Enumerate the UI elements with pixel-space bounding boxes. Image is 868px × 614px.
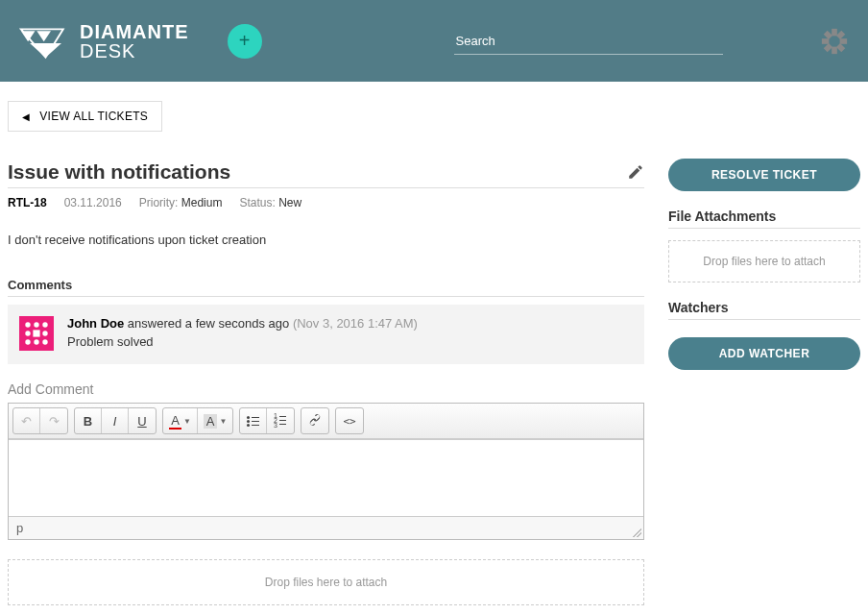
code-icon: <>	[343, 415, 355, 428]
comment-item: John Doe answered a few seconds ago (Nov…	[8, 305, 644, 364]
resolve-ticket-button[interactable]: RESOLVE TICKET	[668, 159, 860, 191]
bg-color-button[interactable]: A▼	[198, 408, 232, 433]
svg-point-18	[25, 339, 30, 344]
svg-rect-21	[33, 330, 39, 336]
ticket-id: RTL-18	[8, 196, 47, 209]
ticket-meta: RTL-18 03.11.2016 Priority: Medium Statu…	[8, 196, 644, 209]
svg-rect-6	[840, 38, 848, 44]
underline-icon: U	[137, 414, 146, 429]
ticket-title: Issue with notifications	[8, 160, 627, 184]
logo-icon	[19, 22, 72, 61]
add-comment-label: Add Comment	[8, 381, 644, 397]
ticket-date: 03.11.2016	[64, 196, 122, 209]
ticket-status: Status: New	[239, 196, 301, 209]
pencil-icon	[627, 163, 644, 181]
chevron-down-icon: ▼	[183, 417, 191, 426]
text-color-icon: A	[169, 413, 181, 430]
svg-rect-4	[832, 28, 837, 36]
view-all-tickets-button[interactable]: ◀ VIEW ALL TICKETS	[8, 101, 162, 132]
ticket-description: I don't receive notifications upon ticke…	[8, 233, 644, 247]
undo-button[interactable]: ↶	[13, 408, 40, 433]
comment-action: answered a few seconds ago	[128, 316, 289, 331]
undo-icon: ↶	[21, 414, 32, 429]
svg-rect-10	[822, 38, 830, 44]
user-menu[interactable]	[820, 27, 849, 56]
svg-point-20	[42, 339, 47, 344]
attachments-dropzone[interactable]: Drop files here to attach	[668, 240, 860, 282]
numbered-list-icon	[274, 415, 287, 427]
back-label: VIEW ALL TICKETS	[39, 110, 148, 123]
ticket-priority: Priority: Medium	[139, 196, 223, 209]
svg-rect-5	[836, 30, 845, 38]
add-watcher-button[interactable]: ADD WATCHER	[668, 337, 860, 370]
ticket-title-row: Issue with notifications	[8, 160, 644, 188]
comments-heading: Comments	[8, 278, 644, 297]
text-color-button[interactable]: A▼	[163, 408, 198, 433]
source-button[interactable]: <>	[336, 408, 363, 433]
resize-handle[interactable]	[632, 528, 641, 537]
redo-button[interactable]: ↷	[40, 408, 67, 433]
italic-icon: I	[113, 414, 117, 429]
edit-ticket-button[interactable]	[627, 163, 644, 181]
editor-toolbar: ↶ ↷ B I U A▼ A▼	[9, 404, 643, 439]
chevron-down-icon: ▼	[219, 417, 227, 426]
link-button[interactable]	[301, 408, 328, 433]
avatar-icon	[19, 316, 54, 351]
svg-point-13	[25, 322, 30, 327]
watchers-heading: Watchers	[668, 300, 860, 320]
svg-point-15	[42, 322, 47, 327]
bg-color-icon: A	[204, 414, 218, 429]
svg-point-19	[34, 339, 38, 344]
editor-textarea[interactable]	[9, 439, 643, 516]
numbered-list-button[interactable]	[267, 408, 294, 433]
comment-timestamp: (Nov 3, 2016 1:47 AM)	[293, 316, 418, 331]
underline-button[interactable]: U	[129, 408, 156, 433]
bold-button[interactable]: B	[75, 408, 102, 433]
svg-rect-9	[824, 42, 832, 51]
comment-body: John Doe answered a few seconds ago (Nov…	[67, 316, 418, 351]
create-button[interactable]: +	[228, 24, 262, 59]
brand-text: DIAMANTE DESK	[80, 22, 189, 61]
svg-point-16	[25, 331, 30, 335]
bullet-list-icon	[247, 415, 260, 427]
brand-logo[interactable]: DIAMANTE DESK	[19, 22, 189, 61]
svg-point-14	[34, 322, 38, 327]
svg-rect-7	[836, 42, 845, 51]
comment-text: Problem solved	[67, 334, 418, 349]
user-avatar-icon	[820, 27, 849, 56]
editor-path: p	[16, 521, 23, 535]
editor-path-bar: p	[9, 516, 643, 539]
main-column: ◀ VIEW ALL TICKETS Issue with notificati…	[8, 101, 644, 614]
search-input[interactable]	[454, 28, 723, 55]
plus-icon: +	[239, 30, 251, 52]
svg-point-17	[42, 331, 47, 335]
svg-marker-1	[36, 31, 51, 41]
comment-dropzone[interactable]: Drop files here to attach	[8, 559, 644, 605]
redo-icon: ↷	[49, 414, 60, 429]
search-wrap	[454, 28, 723, 55]
svg-rect-11	[824, 30, 832, 38]
app-header: DIAMANTE DESK +	[0, 0, 868, 82]
rich-text-editor: ↶ ↷ B I U A▼ A▼	[8, 403, 644, 540]
attachments-heading: File Attachments	[668, 209, 860, 229]
bold-icon: B	[84, 414, 92, 429]
comment-avatar	[19, 316, 54, 351]
bullet-list-button[interactable]	[240, 408, 267, 433]
chevron-left-icon: ◀	[22, 111, 30, 122]
link-icon	[308, 413, 322, 430]
italic-button[interactable]: I	[102, 408, 129, 433]
comment-author: John Doe	[67, 316, 124, 331]
svg-rect-8	[832, 46, 837, 54]
sidebar: RESOLVE TICKET File Attachments Drop fil…	[668, 101, 860, 370]
